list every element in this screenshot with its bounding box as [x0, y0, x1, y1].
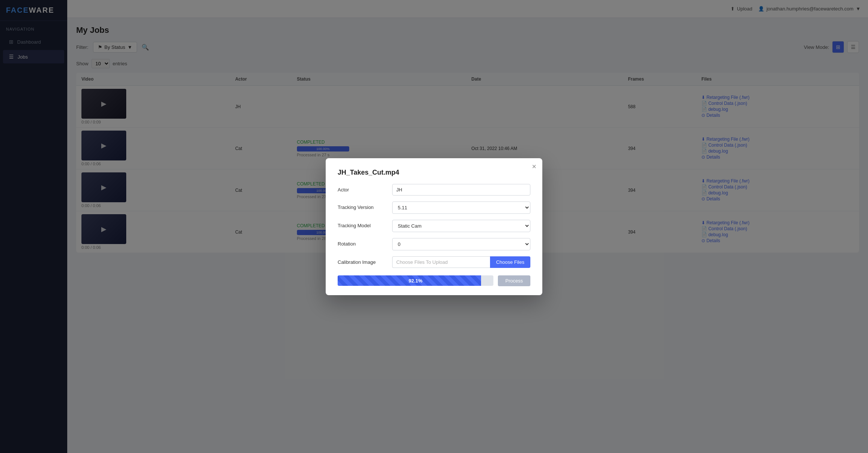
- tracking-version-label: Tracking Version: [338, 201, 386, 210]
- tracking-model-row: Tracking Model Static Cam Dynamic Cam: [338, 220, 530, 232]
- progress-section: 92.1% Process: [338, 275, 530, 286]
- tracking-model-select[interactable]: Static Cam Dynamic Cam: [392, 220, 530, 232]
- job-modal: × JH_Takes_Cut.mp4 Actor Tracking Versio…: [326, 158, 542, 295]
- modal-progress-text: 92.1%: [409, 278, 422, 284]
- calibration-input-wrap: Choose Files To Upload Choose Files: [392, 256, 530, 268]
- actor-label: Actor: [338, 184, 386, 193]
- tracking-version-select[interactable]: 5.11 5.10 5.9: [392, 201, 530, 214]
- actor-row: Actor: [338, 184, 530, 196]
- modal-close-button[interactable]: ×: [532, 163, 536, 170]
- calibration-label: Calibration Image: [338, 256, 386, 265]
- tracking-model-label: Tracking Model: [338, 220, 386, 228]
- choose-files-button[interactable]: Choose Files: [490, 256, 530, 268]
- process-button[interactable]: Process: [498, 275, 530, 286]
- modal-progress-bar: 92.1%: [338, 275, 493, 286]
- modal-title: JH_Takes_Cut.mp4: [338, 169, 530, 176]
- calibration-placeholder: Choose Files To Upload: [392, 256, 490, 268]
- rotation-row: Rotation 0 90 180 270: [338, 238, 530, 250]
- calibration-row: Calibration Image Choose Files To Upload…: [338, 256, 530, 268]
- actor-input[interactable]: [392, 184, 530, 196]
- modal-overlay: × JH_Takes_Cut.mp4 Actor Tracking Versio…: [0, 0, 868, 453]
- rotation-label: Rotation: [338, 238, 386, 247]
- rotation-select[interactable]: 0 90 180 270: [392, 238, 530, 250]
- tracking-version-row: Tracking Version 5.11 5.10 5.9: [338, 201, 530, 214]
